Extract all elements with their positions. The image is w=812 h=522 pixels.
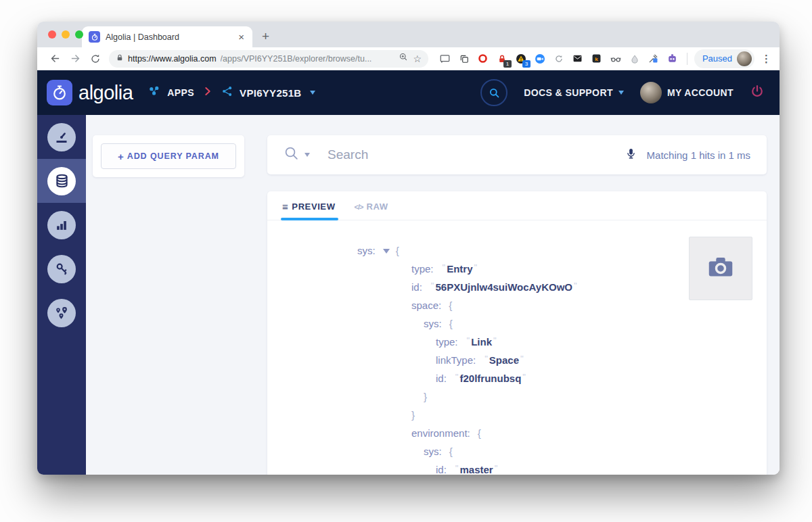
- robot-icon[interactable]: [665, 51, 680, 67]
- opera-icon[interactable]: [476, 51, 491, 67]
- matching-stats: Matching 1 hits in 1 ms: [647, 149, 750, 161]
- paused-label: Paused: [702, 53, 732, 64]
- chart-icon: [47, 211, 76, 239]
- json-quote: ": [574, 281, 577, 291]
- gauge-icon: [47, 123, 76, 151]
- json-key: space:: [411, 300, 441, 311]
- json-quote: ": [455, 463, 459, 473]
- sidebar-item-indices[interactable]: [37, 159, 86, 203]
- zoom-page-icon[interactable]: [399, 52, 409, 65]
- json-key: id:: [436, 464, 447, 475]
- apps-label[interactable]: APPS: [167, 87, 194, 98]
- my-account-menu[interactable]: MY ACCOUNT: [640, 82, 734, 103]
- maximize-window-button[interactable]: [75, 30, 83, 39]
- algolia-favicon-icon: [89, 31, 100, 43]
- logout-power-icon[interactable]: [750, 84, 765, 101]
- docs-caret-icon: [618, 91, 624, 95]
- browser-toolbar: https://www.algolia.com/apps/VPI6YY251B/…: [37, 47, 780, 70]
- url-bar[interactable]: https://www.algolia.com/apps/VPI6YY251B/…: [109, 50, 428, 68]
- json-quote: ": [493, 335, 497, 346]
- paused-profile-button[interactable]: Paused: [694, 49, 754, 68]
- json-line: sys:{: [267, 442, 767, 460]
- algolia-wordmark: algolia: [78, 82, 133, 104]
- new-tab-button[interactable]: +: [262, 29, 269, 44]
- json-brace: {: [449, 300, 452, 311]
- docs-support-menu[interactable]: DOCS & SUPPORT: [524, 87, 624, 98]
- mail-icon[interactable]: [570, 51, 585, 67]
- reload-icon[interactable]: [86, 49, 105, 68]
- url-path: /apps/VPI6YY251B/explorer/browse/tu...: [221, 54, 395, 64]
- chevron-right-icon: [202, 85, 213, 101]
- drop-icon[interactable]: [627, 51, 642, 67]
- microphone-icon[interactable]: [625, 147, 637, 164]
- profile-avatar: [737, 51, 752, 66]
- key-icon: [47, 255, 76, 283]
- database-icon: [47, 167, 76, 195]
- search-magnifier-icon[interactable]: [284, 145, 300, 164]
- forward-icon[interactable]: [66, 49, 85, 68]
- glasses-icon[interactable]: [608, 51, 623, 67]
- k-icon[interactable]: k: [589, 51, 604, 67]
- warning-icon[interactable]: 3: [514, 51, 528, 67]
- json-value: f20lfrunubsq: [459, 373, 521, 384]
- toolbar-divider: [687, 53, 687, 65]
- json-value: 56PXUjnlw4suiWocAyKOwO: [435, 281, 572, 293]
- image-placeholder: [689, 237, 752, 300]
- json-quote: ": [467, 335, 470, 346]
- tab-preview[interactable]: ≡ PREVIEW: [282, 201, 336, 220]
- add-query-param-label: ADD QUERY PARAM: [127, 151, 219, 161]
- add-query-param-button[interactable]: + ADD QUERY PARAM: [101, 143, 236, 169]
- tab-bar: Algolia | Dashboard × +: [37, 22, 780, 47]
- json-quote: ": [443, 262, 446, 272]
- https-lock-icon: [116, 53, 124, 65]
- json-brace: {: [449, 446, 453, 457]
- sidebar-item-dashboard[interactable]: [37, 115, 86, 159]
- json-key: type:: [436, 336, 458, 348]
- json-brace: }: [424, 391, 427, 402]
- app-id-label[interactable]: VPI6YY251B: [240, 87, 301, 99]
- json-line: environment:{: [267, 424, 767, 442]
- tab-close-icon[interactable]: ×: [237, 31, 246, 43]
- search-input[interactable]: [326, 147, 625, 163]
- json-brace: {: [449, 318, 453, 329]
- tab-raw-label: RAW: [366, 201, 388, 212]
- search-options-caret-icon[interactable]: [304, 153, 310, 157]
- back-icon[interactable]: [45, 49, 64, 68]
- algolia-logo[interactable]: algolia: [47, 80, 133, 105]
- map-pins-icon: [47, 299, 76, 327]
- app-id-caret-icon[interactable]: [310, 91, 315, 95]
- browser-menu-icon[interactable]: ⋮: [761, 53, 771, 65]
- json-value: Link: [471, 336, 492, 348]
- results-card: ≡ PREVIEW </> RAW sys:{type:"Entry"id:"5…: [267, 191, 767, 475]
- sidebar-item-api-keys[interactable]: [37, 247, 86, 291]
- search-bar-card: Matching 1 hits in 1 ms: [267, 135, 767, 174]
- refresh-icon[interactable]: [551, 51, 566, 67]
- json-key: id:: [436, 373, 447, 384]
- json-key: sys:: [357, 245, 376, 256]
- lock-icon[interactable]: 1: [495, 51, 510, 67]
- cast-icon[interactable]: [438, 51, 453, 67]
- json-key: linkType:: [436, 354, 476, 366]
- share-network-icon: [221, 85, 233, 100]
- minimize-window-button[interactable]: [62, 30, 70, 39]
- sidebar-item-analytics[interactable]: [37, 203, 86, 247]
- sidebar-item-geo[interactable]: [37, 291, 86, 335]
- plus-icon: +: [118, 151, 125, 162]
- tab-title: Algolia | Dashboard: [106, 32, 237, 42]
- json-line: }: [267, 387, 767, 406]
- json-key: sys:: [424, 446, 442, 457]
- browser-tab[interactable]: Algolia | Dashboard ×: [82, 26, 252, 47]
- camera-ext-icon[interactable]: [533, 51, 547, 67]
- header-right: DOCS & SUPPORT MY ACCOUNT: [480, 79, 765, 106]
- close-window-button[interactable]: [48, 30, 56, 39]
- tab-raw[interactable]: </> RAW: [355, 201, 388, 220]
- camera-icon: [705, 252, 736, 285]
- bookmark-star-icon[interactable]: ☆: [413, 53, 422, 64]
- collapse-caret-icon[interactable]: [383, 249, 390, 254]
- json-brace: {: [478, 427, 481, 439]
- my-account-label: MY ACCOUNT: [667, 87, 734, 98]
- copy-icon[interactable]: [457, 51, 472, 67]
- eyedropper-icon[interactable]: [646, 51, 661, 67]
- json-line: type:"Link": [267, 333, 767, 351]
- header-search-button[interactable]: [480, 79, 508, 106]
